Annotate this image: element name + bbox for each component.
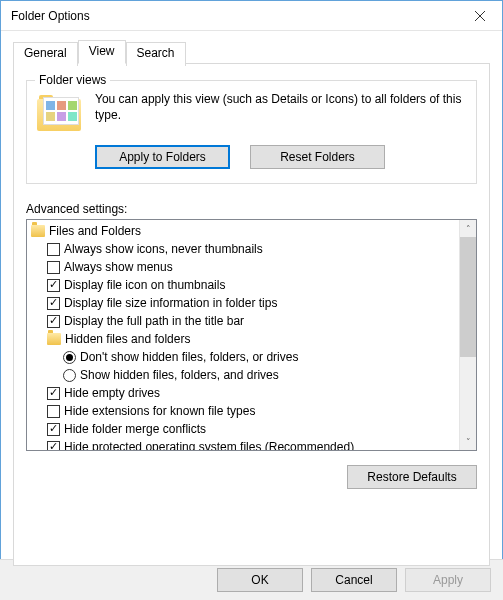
- chevron-down-icon: ˅: [466, 437, 471, 447]
- option-label: Hide empty drives: [64, 384, 160, 402]
- advanced-settings-label: Advanced settings:: [26, 202, 477, 216]
- folder-icon: [47, 333, 61, 345]
- option-show-hidden[interactable]: Show hidden files, folders, and drives: [31, 366, 459, 384]
- dialog-content: General View Search Folder views You can…: [1, 31, 502, 566]
- option-label: Don't show hidden files, folders, or dri…: [80, 348, 298, 366]
- folder-views-description: You can apply this view (such as Details…: [95, 91, 466, 135]
- cancel-button[interactable]: Cancel: [311, 568, 397, 592]
- option-label: Hide folder merge conflicts: [64, 420, 206, 438]
- tree-group-hidden-files: Hidden files and folders: [31, 330, 459, 348]
- option-label: Hide protected operating system files (R…: [64, 438, 354, 450]
- ok-button[interactable]: OK: [217, 568, 303, 592]
- close-button[interactable]: [457, 1, 502, 31]
- option-hide-merge-conflicts[interactable]: Hide folder merge conflicts: [31, 420, 459, 438]
- checkbox-icon: [47, 405, 60, 418]
- apply-to-folders-button[interactable]: Apply to Folders: [95, 145, 230, 169]
- checkbox-icon: [47, 279, 60, 292]
- tree-group-label: Files and Folders: [49, 222, 141, 240]
- checkbox-icon: [47, 243, 60, 256]
- tab-panel-view: Folder views You can apply this view (su…: [13, 63, 490, 566]
- option-label: Show hidden files, folders, and drives: [80, 366, 279, 384]
- checkbox-icon: [47, 261, 60, 274]
- apply-button[interactable]: Apply: [405, 568, 491, 592]
- option-hide-protected-os-files[interactable]: Hide protected operating system files (R…: [31, 438, 459, 450]
- tab-strip: General View Search: [13, 40, 490, 64]
- option-display-file-size[interactable]: Display file size information in folder …: [31, 294, 459, 312]
- option-always-show-icons[interactable]: Always show icons, never thumbnails: [31, 240, 459, 258]
- checkbox-icon: [47, 315, 60, 328]
- option-display-file-icon[interactable]: Display file icon on thumbnails: [31, 276, 459, 294]
- reset-folders-button[interactable]: Reset Folders: [250, 145, 385, 169]
- advanced-settings-list[interactable]: Files and Folders Always show icons, nev…: [27, 220, 459, 450]
- vertical-scrollbar[interactable]: ˄ ˅: [459, 220, 476, 450]
- scroll-thumb[interactable]: [460, 237, 476, 357]
- titlebar: Folder Options: [1, 1, 502, 31]
- option-label: Always show menus: [64, 258, 173, 276]
- folder-views-group: Folder views You can apply this view (su…: [26, 80, 477, 184]
- radio-icon: [63, 351, 76, 364]
- checkbox-icon: [47, 297, 60, 310]
- folder-icon: [31, 225, 45, 237]
- folder-views-icon: [37, 93, 85, 135]
- close-icon: [475, 11, 485, 21]
- tree-group-label: Hidden files and folders: [65, 330, 190, 348]
- option-label: Hide extensions for known file types: [64, 402, 255, 420]
- option-label: Display file size information in folder …: [64, 294, 277, 312]
- radio-icon: [63, 369, 76, 382]
- restore-defaults-button[interactable]: Restore Defaults: [347, 465, 477, 489]
- window-title: Folder Options: [11, 9, 457, 23]
- option-dont-show-hidden[interactable]: Don't show hidden files, folders, or dri…: [31, 348, 459, 366]
- scroll-up-button[interactable]: ˄: [460, 220, 476, 237]
- option-label: Display the full path in the title bar: [64, 312, 244, 330]
- tab-view[interactable]: View: [78, 40, 126, 64]
- tab-general[interactable]: General: [13, 42, 78, 66]
- option-label: Always show icons, never thumbnails: [64, 240, 263, 258]
- checkbox-icon: [47, 441, 60, 451]
- folder-views-label: Folder views: [35, 73, 110, 87]
- option-hide-extensions[interactable]: Hide extensions for known file types: [31, 402, 459, 420]
- option-label: Display file icon on thumbnails: [64, 276, 225, 294]
- tab-search[interactable]: Search: [126, 42, 186, 66]
- option-always-show-menus[interactable]: Always show menus: [31, 258, 459, 276]
- checkbox-icon: [47, 387, 60, 400]
- option-hide-empty-drives[interactable]: Hide empty drives: [31, 384, 459, 402]
- chevron-up-icon: ˄: [466, 224, 471, 234]
- scroll-track[interactable]: [460, 237, 476, 433]
- option-display-full-path[interactable]: Display the full path in the title bar: [31, 312, 459, 330]
- advanced-settings-box: Files and Folders Always show icons, nev…: [26, 219, 477, 451]
- tree-group-files-folders: Files and Folders: [31, 222, 459, 240]
- checkbox-icon: [47, 423, 60, 436]
- scroll-down-button[interactable]: ˅: [460, 433, 476, 450]
